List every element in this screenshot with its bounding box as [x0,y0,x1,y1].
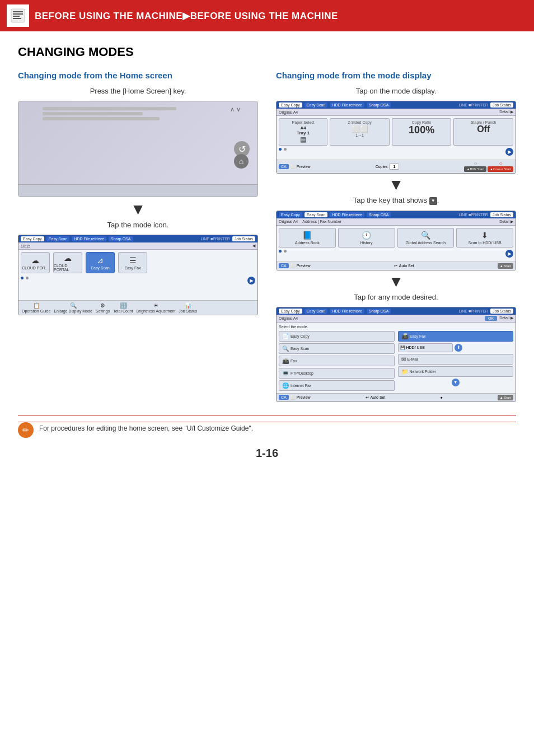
mode-select-preview-btn[interactable]: ⬜ Preview [291,395,311,400]
mode-select-ftp[interactable]: 💻 FTP/Desktop [279,368,395,379]
easy-scan-icon-box[interactable]: ⊿ Easy Scan [86,252,115,273]
staple-cell[interactable]: Staple / Punch Off [453,118,513,146]
cloud-portal-icon-box[interactable]: ☁ CLOUD PORTAL [53,252,82,273]
mode-select-tab-hdd[interactable]: HDD File retrieve [330,309,364,314]
mode-select-start-btn[interactable]: ▲ Start [498,395,513,400]
global-search-cell[interactable]: 🔍 Global Address Search [397,228,455,248]
footer-brightness[interactable]: ☀ Brightness Adjustment [137,302,176,313]
fax-tab-hdd[interactable]: HDD File retrieve [330,212,364,217]
copy-tab-easy-scan[interactable]: Easy Scan [305,102,327,108]
copy-tab-hdd[interactable]: HDD File retrieve [330,102,364,108]
mode-select-tab-osa[interactable]: Sharp OSA [367,309,391,314]
staple-value: Off [456,124,510,134]
mode-select-tab-easy-scan[interactable]: Easy Scan [305,309,327,314]
start-buttons: ◇ ▲B/W Start ◇ ▲Colour Start [464,161,513,172]
fax-sel-icon: 📠 [282,358,289,364]
ca-button[interactable]: CA [279,164,289,169]
footer-enlarge-display[interactable]: 🔍 Enlarge Display Mode [54,302,92,313]
copy-nav-next[interactable]: ▶ [505,148,513,156]
scan-hdd-cell[interactable]: ⬇ Scan to HDD/ USB [456,228,513,248]
paper-select-cell[interactable]: Paper Select A4Tray 1 ▤ [279,118,327,146]
job-status-icon: 📊 [185,302,191,309]
copy-tab-osa[interactable]: Sharp OSA [367,102,391,108]
mode-select-job-status[interactable]: Job Status [490,309,513,314]
fax-detail-btn[interactable]: Detail ▶ [499,220,513,224]
mode-select-body: Select the mode. 📄 Easy Copy 🔍 Easy Scan [277,323,516,393]
mode-select-email[interactable]: ✉ E-Mail [398,354,514,365]
fax-tab-osa[interactable]: Sharp OSA [367,212,391,217]
footer-job-status[interactable]: 📊 Job Status [179,302,197,313]
copy-job-status[interactable]: Job Status [490,102,513,108]
cloud-por-label: CLOUD POR... [22,266,48,270]
address-book-cell[interactable]: 📘 Address Book [279,228,336,248]
mode-select-easy-fax[interactable]: 📠 Easy Fax [398,331,514,342]
hdd-usb-icon: 💾 [400,346,405,350]
colour-start-btn[interactable]: ▲Colour Start [488,166,513,172]
mode-select-easy-scan[interactable]: 🔍 Easy Scan [279,343,395,354]
fax-auto-set-area: ↩ Auto Set [394,264,414,268]
svg-rect-4 [13,18,21,19]
mode-select-fax[interactable]: 📠 Fax [279,356,395,366]
mode-select-network-folder[interactable]: 📁 Network Folder [398,366,514,377]
fax-preview-btn[interactable]: ⬜ Preview [291,264,311,268]
bw-start-btn[interactable]: ▲B/W Start [464,166,486,172]
mode-select-instruction: Select the mode. [279,325,513,329]
right-step1-text: Tap on the mode display. [276,87,516,95]
mode-select-internet-fax[interactable]: 🌐 Internet Fax [279,380,395,391]
mode-select-hdd-usb[interactable]: 💾 HDD/ USB [398,343,453,352]
tab-easy-copy[interactable]: Easy Copy [21,236,44,241]
address-book-icon: 📘 [302,231,312,240]
job-status-btn[interactable]: Job Status [232,236,255,241]
copy-tab-easy-copy[interactable]: Easy Copy [279,102,302,108]
scroll-down-icon[interactable]: ▼ [452,379,460,386]
right-section-title: Changing mode from the mode display [276,71,516,80]
mode-select-ca-button[interactable]: CA [279,395,289,400]
fax-job-status[interactable]: Job Status [490,212,513,217]
home-screen-home-icon: ⌂ [234,154,249,169]
mode-select-auto-set-label[interactable]: Auto Set [371,395,386,399]
mode-select-detail[interactable]: Detail ▶ [499,316,513,320]
copy-screen-header: Easy Copy Easy Scan HDD File retrieve Sh… [277,101,516,109]
mode-select-hdd-row: 💾 HDD/ USB ⬇ [398,343,514,352]
two-sided-cell[interactable]: 2-Sided Copy ⬜⬜ 1→1 [330,118,390,146]
copy-detail-btn[interactable]: Detail ▶ [499,110,513,114]
fax-tab-easy-scan[interactable]: Easy Scan [305,212,327,217]
tab-sharp-osa[interactable]: Sharp OSA [109,236,133,241]
fax-tab-easy-copy[interactable]: Easy Copy [279,212,302,217]
tab-hdd-file[interactable]: HDD File retrieve [72,236,106,241]
footer-settings[interactable]: ⚙ Settings [96,302,110,313]
scan-hdd-label: Scan to HDD/ USB [469,241,502,245]
note-text: For procedures for editing the home scre… [39,422,253,432]
mode-select-ok-btn[interactable]: OK [485,316,497,321]
job-status-label: Job Status [179,309,197,313]
fax-dot-1 [279,250,282,253]
mode-select-tab-easy-copy[interactable]: Easy Copy [279,309,302,314]
fax-ca-button[interactable]: CA [279,263,289,268]
time-bar: 10:15 ◀ [18,242,257,250]
nav-right: ◀ [252,244,255,248]
footer-operation-guide[interactable]: 📋 Operation Guide [22,302,50,313]
note-icon: ✏ [18,422,34,438]
fax-colour-start-btn[interactable]: ▲ Start [498,263,513,269]
nav-next[interactable]: ▶ [247,277,255,284]
paper-select-label: Paper Select [282,120,325,124]
mode-select-easy-copy[interactable]: 📄 Easy Copy [279,331,395,342]
left-column: Changing mode from the Home screen Press… [18,71,258,404]
note-section: ✏ For procedures for editing the home sc… [18,422,516,438]
fax-auto-set-label[interactable]: Auto Set [399,264,414,268]
fax-footer-left: CA ⬜ Preview [279,263,311,268]
mode-icons-row: ☁ CLOUD POR... ☁ CLOUD PORTAL ⊿ Easy Sca… [21,252,255,273]
mode-indicator-icon: ▼ [429,197,437,205]
email-sel-icon: ✉ [401,356,406,362]
history-cell[interactable]: 🕐 History [338,228,395,248]
cloud-por-icon-box[interactable]: ☁ CLOUD POR... [21,252,50,273]
tab-easy-scan[interactable]: Easy Scan [46,236,69,241]
copy-dot-2 [284,148,287,151]
fax-nav-next[interactable]: ▶ [505,250,513,258]
easy-fax-icon-box[interactable]: ☰ Easy Fax [118,252,147,273]
preview-btn[interactable]: ⬜ Preview [291,165,311,169]
internet-fax-sel-label: Internet Fax [291,384,311,388]
copies-value[interactable]: 1 [389,164,399,170]
copy-ratio-cell[interactable]: Copy Ratio 100% [392,118,452,146]
footer-total-count[interactable]: 🔢 Total Count [113,302,133,313]
